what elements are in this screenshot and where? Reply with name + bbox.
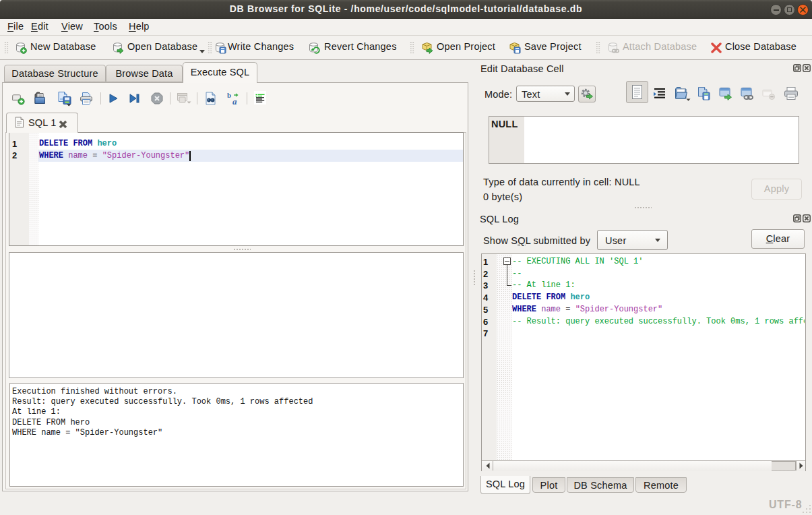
svg-text:b: b (227, 92, 231, 99)
svg-text:a: a (232, 96, 237, 105)
